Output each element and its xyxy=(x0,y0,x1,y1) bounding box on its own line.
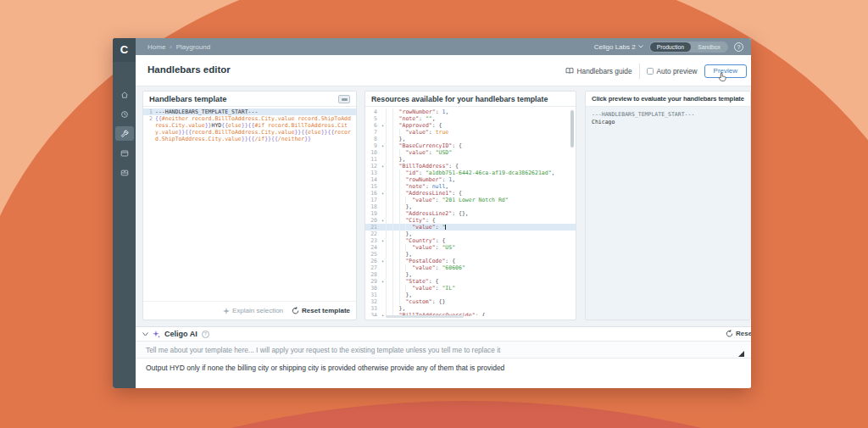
code-text: "value": "201 Lower Notch Rd" xyxy=(386,197,509,203)
code-line[interactable]: 9▾"BaseCurrencyID": { xyxy=(365,142,576,149)
collapse-chevron-icon[interactable] xyxy=(142,332,148,336)
line-number: 1 xyxy=(143,108,155,115)
indent-guides xyxy=(386,149,405,156)
explain-selection-label: Explain selection xyxy=(232,307,283,314)
code-line[interactable]: 15"note": null, xyxy=(365,183,576,190)
code-line[interactable]: 20▾"City": { xyxy=(365,217,576,224)
code-line[interactable]: 16▾"AddressLine1": { xyxy=(365,190,576,197)
sidebar-item-marketplace[interactable] xyxy=(115,165,134,180)
line-number: 10 xyxy=(365,149,380,156)
code-line[interactable]: 22}, xyxy=(365,231,576,237)
line-number: 20 xyxy=(365,217,380,224)
breadcrumb-home[interactable]: Home xyxy=(147,43,165,51)
fold-arrow-icon[interactable]: ▾ xyxy=(380,217,386,224)
fold-arrow-icon[interactable]: ▾ xyxy=(380,258,386,264)
sidebar-item-tools[interactable] xyxy=(115,126,134,141)
code-line[interactable]: 28}, xyxy=(365,271,576,278)
indent-guides xyxy=(386,231,405,237)
line-number: 9 xyxy=(365,142,380,149)
sidebar: C xyxy=(113,38,136,388)
indent-guides xyxy=(386,217,405,224)
resources-panel-title: Resources available for your handlebars … xyxy=(371,95,548,103)
resize-handle[interactable] xyxy=(738,351,744,357)
auto-preview-checkbox[interactable] xyxy=(647,68,654,75)
explain-selection-button[interactable]: Explain selection xyxy=(223,307,283,314)
resources-panel-header: Resources available for your handlebars … xyxy=(365,92,576,107)
code-line[interactable]: 17"value": "201 Lower Notch Rd" xyxy=(365,197,576,203)
code-text: "note": null, xyxy=(386,183,448,190)
code-line[interactable]: 30"value": "IL" xyxy=(365,285,576,292)
code-line[interactable]: 32"custom": {} xyxy=(365,298,576,305)
celigo-logo[interactable]: C xyxy=(113,38,136,62)
account-switcher[interactable]: Celigo Labs 2 xyxy=(594,43,643,51)
sandbox-toggle[interactable]: Sandbox xyxy=(691,42,727,52)
breadcrumb-playground[interactable]: Playground xyxy=(176,43,210,51)
code-line[interactable]: 11}, xyxy=(365,156,576,163)
code-line[interactable]: 5"note": "", xyxy=(365,115,576,122)
resources-code[interactable]: 4"rowNumber": 1,5"note": "",6▾"Approved"… xyxy=(365,107,576,316)
code-text: }, xyxy=(386,231,412,237)
code-line[interactable]: 6▾"Approved": { xyxy=(365,122,576,129)
handlebars-template-panel: Handlebars template 1---HANDLEBARS_TEMPL… xyxy=(142,91,357,320)
line-number: 12 xyxy=(365,163,380,170)
line-number: 28 xyxy=(365,271,380,278)
code-text: "City": { xyxy=(386,217,436,224)
ai-reset-button[interactable]: Reset xyxy=(726,330,751,337)
code-line[interactable]: 23▾"Country": { xyxy=(365,237,576,244)
fold-arrow-icon[interactable]: ▾ xyxy=(380,312,386,316)
handlebars-guide-link[interactable]: Handlebars guide xyxy=(565,67,632,75)
code-line[interactable]: 13"id": "a1dbb751-6442-46ca-af19-dca3862… xyxy=(365,170,576,176)
production-toggle[interactable]: Production xyxy=(650,42,692,52)
horizontal-scrollbar-thumb[interactable] xyxy=(386,315,464,318)
ai-info-icon[interactable]: ? xyxy=(202,331,209,338)
expand-editor-icon[interactable] xyxy=(338,95,350,103)
code-line[interactable]: 14"rowNumber": 1, xyxy=(365,176,576,183)
code-line[interactable]: 8}, xyxy=(365,136,576,142)
vertical-scrollbar-thumb[interactable] xyxy=(570,110,574,147)
code-text: }, xyxy=(386,136,405,142)
fold-arrow-icon[interactable]: ▾ xyxy=(380,190,386,197)
line-number: 16 xyxy=(365,190,380,197)
code-line[interactable]: 7"value": true xyxy=(365,129,576,136)
code-line[interactable]: 24"value": "US" xyxy=(365,244,576,251)
code-line[interactable]: 21"value": " xyxy=(365,224,576,231)
ai-prompt-input[interactable]: Output HYD only if none the billing city… xyxy=(136,359,751,388)
code-line[interactable]: 18}, xyxy=(365,203,576,210)
code-line[interactable]: 4"rowNumber": 1, xyxy=(365,108,576,115)
code-line[interactable]: 25}, xyxy=(365,251,576,258)
indent-guides xyxy=(386,271,405,278)
fold-arrow-icon[interactable]: ▾ xyxy=(380,163,386,170)
reset-template-button[interactable]: Reset template xyxy=(292,307,350,314)
line-number: 15 xyxy=(365,183,380,190)
code-line[interactable]: 10"value": "USD" xyxy=(365,149,576,156)
code-line[interactable]: 19"AddressLine2": {}, xyxy=(365,210,576,217)
line-number: 26 xyxy=(365,258,380,264)
fold-arrow-icon[interactable]: ▾ xyxy=(380,278,386,285)
tools-icon xyxy=(120,130,129,138)
celigo-ai-header: Celigo AI ? xyxy=(136,327,751,341)
sidebar-item-resources[interactable] xyxy=(115,146,134,160)
code-line[interactable]: 29▾"State": { xyxy=(365,278,576,285)
code-line[interactable]: 27"value": "60606" xyxy=(365,264,576,271)
code-line[interactable]: 12▾"BillToAddress": { xyxy=(365,163,576,170)
template-code[interactable]: 1---HANDLEBARS_TEMPLATE_START---2{{#neit… xyxy=(143,107,356,301)
text-caret xyxy=(445,225,446,231)
undo-icon xyxy=(292,307,299,314)
fold-arrow-icon[interactable]: ▾ xyxy=(380,142,386,149)
line-number: 24 xyxy=(365,244,380,251)
code-line[interactable]: 33}, xyxy=(365,305,576,312)
line-number: 31 xyxy=(365,292,380,298)
indent-guides xyxy=(386,163,399,170)
fold-arrow-icon[interactable]: ▾ xyxy=(380,237,386,244)
code-line[interactable]: 31}, xyxy=(365,292,576,298)
auto-preview-toggle[interactable]: Auto preview xyxy=(647,67,698,75)
code-line[interactable]: 26▾"PostalCode": { xyxy=(365,258,576,264)
sidebar-item-dashboard[interactable] xyxy=(115,107,134,121)
fold-arrow-icon[interactable]: ▾ xyxy=(380,122,386,129)
code-line[interactable]: 1---HANDLEBARS_TEMPLATE_START--- xyxy=(143,108,356,115)
code-line[interactable]: 2{{#neither record.BillToAddress.City.va… xyxy=(143,115,356,142)
sidebar-item-home[interactable] xyxy=(115,87,134,102)
code-text: "Country": { xyxy=(386,237,445,244)
help-icon[interactable]: ? xyxy=(734,42,743,52)
indent-guides xyxy=(386,298,405,305)
